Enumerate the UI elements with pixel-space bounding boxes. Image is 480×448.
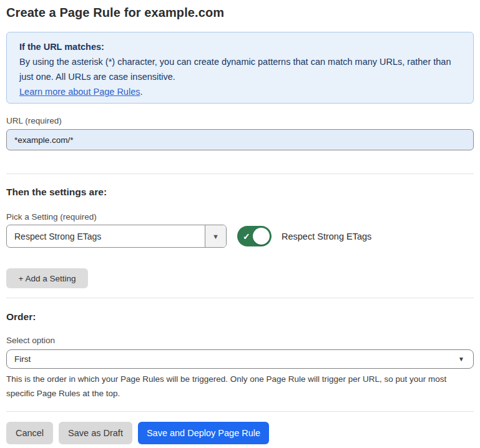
info-box-link-line: Learn more about Page Rules. (19, 84, 461, 99)
divider (6, 411, 474, 412)
save-and-deploy-button[interactable]: Save and Deploy Page Rule (138, 422, 269, 444)
url-match-info-box: If the URL matches: By using the asteris… (6, 32, 474, 104)
info-box-body: By using the asterisk (*) character, you… (19, 54, 461, 84)
order-section-heading: Order: (6, 311, 474, 323)
order-select[interactable]: First ▼ (6, 349, 474, 369)
url-input[interactable] (6, 129, 474, 150)
etags-toggle[interactable]: ✓ (237, 226, 272, 246)
learn-more-link[interactable]: Learn more about Page Rules (19, 87, 140, 97)
toggle-label: Respect Strong ETags (282, 231, 371, 241)
divider (6, 298, 474, 298)
setting-select[interactable]: Respect Strong ETags ▼ (6, 225, 227, 248)
info-box-heading: If the URL matches: (19, 39, 461, 54)
add-setting-button[interactable]: + Add a Setting (6, 268, 88, 288)
settings-section-heading: Then the settings are: (6, 187, 474, 198)
divider (6, 173, 474, 174)
order-help-text: This is the order in which your Page Rul… (6, 373, 471, 401)
chevron-down-icon: ▼ (458, 356, 464, 363)
check-icon: ✓ (243, 231, 250, 241)
url-field-label: URL (required) (6, 116, 474, 125)
page-title: Create a Page Rule for example.com (6, 6, 474, 20)
chevron-down-icon[interactable]: ▼ (205, 225, 226, 247)
toggle-knob (253, 228, 270, 245)
action-buttons-row: Cancel Save as Draft Save and Deploy Pag… (6, 422, 474, 444)
order-select-value: First (14, 354, 31, 364)
link-suffix: . (140, 87, 142, 97)
order-select-label: Select option (6, 336, 474, 345)
create-page-rule-form: Create a Page Rule for example.com If th… (0, 0, 480, 444)
setting-row: Respect Strong ETags ▼ ✓ Respect Strong … (6, 225, 474, 248)
cancel-button[interactable]: Cancel (6, 422, 53, 444)
setting-select-value: Respect Strong ETags (7, 225, 205, 247)
save-as-draft-button[interactable]: Save as Draft (59, 422, 132, 444)
pick-setting-label: Pick a Setting (required) (6, 212, 474, 222)
